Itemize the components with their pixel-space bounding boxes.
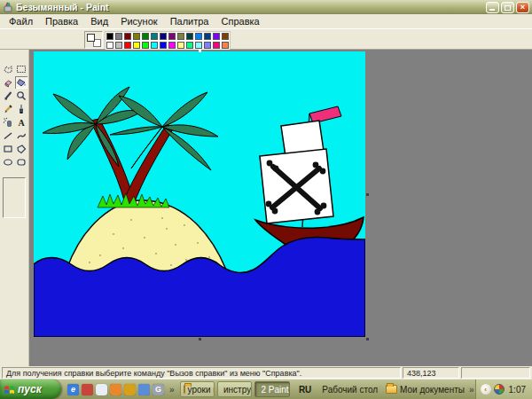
palette-color-swatch[interactable]: [203, 32, 212, 41]
tool-rectangle[interactable]: [2, 143, 14, 155]
taskbar: пуск eG » уроки и... инструк... 2 Paint: [0, 379, 532, 399]
palette-color-swatch[interactable]: [168, 32, 176, 41]
canvas-resize-handle-corner[interactable]: [366, 338, 369, 340]
task-label: 2 Paint: [261, 385, 288, 395]
tool-line[interactable]: [2, 129, 14, 142]
brush-icon: [16, 104, 27, 114]
color-wheel-tray-icon[interactable]: [494, 384, 505, 395]
task-label: уроки и...: [188, 385, 215, 395]
palette-color-swatch[interactable]: [176, 32, 185, 41]
taskbar-task-paint-group[interactable]: 2 Paint ▾: [254, 381, 289, 397]
svg-text:A: A: [18, 118, 25, 128]
menu-item-0[interactable]: Файл: [3, 15, 39, 27]
tool-eraser[interactable]: [2, 76, 14, 89]
tool-airbrush[interactable]: [2, 116, 14, 129]
ellipse-icon: [3, 157, 13, 168]
tool-select[interactable]: [15, 63, 27, 75]
palette-color-swatch[interactable]: [141, 41, 150, 50]
minimize-button[interactable]: [486, 2, 499, 13]
palette-color-swatch[interactable]: [132, 41, 141, 50]
tool-curve[interactable]: [15, 129, 27, 142]
pencil-icon: [3, 104, 13, 114]
tool-ellipse[interactable]: [2, 156, 14, 168]
my-documents-toolbar[interactable]: Мои документы: [386, 385, 465, 395]
palette-color-swatch[interactable]: [159, 32, 168, 41]
palette-color-swatch[interactable]: [185, 41, 194, 50]
menu-item-5[interactable]: Справка: [215, 15, 266, 27]
title-bar[interactable]: Безымянный - Paint ×: [0, 0, 532, 14]
palette-color-swatch[interactable]: [176, 41, 185, 50]
system-tray: ‹ 1:07: [475, 379, 532, 399]
palette-color-swatch[interactable]: [194, 32, 203, 41]
status-help-text: Для получения справки выберите команду "…: [2, 367, 401, 379]
close-button[interactable]: ×: [516, 2, 529, 13]
palette-color-swatch[interactable]: [114, 32, 123, 41]
paint-canvas[interactable]: [34, 51, 365, 337]
cursor-position: 438,123: [403, 367, 459, 379]
tool-polygon[interactable]: [15, 143, 27, 155]
select-icon: [16, 64, 27, 74]
canvas-resize-handle-top[interactable]: [199, 50, 201, 52]
messenger-icon[interactable]: [110, 384, 121, 395]
line-icon: [3, 130, 13, 141]
palette-color-swatch[interactable]: [221, 32, 230, 41]
internet-explorer-icon[interactable]: e: [67, 384, 79, 395]
toolbar-row: [0, 30, 532, 50]
tool-rounded-rectangle[interactable]: [15, 156, 27, 168]
palette-color-swatch[interactable]: [168, 41, 176, 50]
palette-color-swatch[interactable]: [185, 32, 194, 41]
palette-color-swatch[interactable]: [123, 32, 132, 41]
gold-app-icon[interactable]: [124, 384, 136, 395]
menu-item-2[interactable]: Вид: [84, 15, 114, 27]
palette-swatch-grid: [105, 31, 231, 51]
restore-button[interactable]: [501, 2, 514, 13]
taskbar-task-instructions[interactable]: инструк...: [217, 381, 252, 397]
taskbar-clock: 1:07: [509, 385, 526, 395]
palette-color-swatch[interactable]: [132, 32, 141, 41]
palette-color-swatch[interactable]: [141, 32, 150, 41]
menu-item-1[interactable]: Правка: [39, 15, 84, 27]
notepad-icon[interactable]: [96, 384, 107, 395]
hide-icons-button[interactable]: ‹: [481, 384, 491, 395]
palette-color-swatch[interactable]: [150, 41, 159, 50]
palette-color-swatch[interactable]: [221, 41, 230, 50]
palette-color-swatch[interactable]: [194, 41, 203, 50]
airbrush-icon: [3, 117, 13, 128]
tool-magnifier[interactable]: [15, 90, 27, 102]
palette-color-swatch[interactable]: [159, 41, 168, 50]
g-app-icon[interactable]: G: [153, 384, 164, 395]
tool-brush[interactable]: [15, 103, 27, 115]
tool-fill-selected[interactable]: [15, 76, 27, 89]
palette-color-swatch[interactable]: [106, 32, 114, 41]
tool-text[interactable]: A: [15, 116, 27, 129]
palette-color-swatch[interactable]: [123, 41, 132, 50]
tool-free-form-select[interactable]: [2, 63, 14, 75]
taskbar-task-lessons[interactable]: уроки и...: [180, 381, 215, 397]
menu-item-4[interactable]: Палитра: [164, 15, 215, 27]
palette-color-swatch[interactable]: [106, 41, 114, 50]
free-form-select-icon: [3, 64, 13, 74]
browser-globe-icon[interactable]: [82, 384, 93, 395]
palette-color-swatch[interactable]: [150, 32, 159, 41]
start-button-label: пуск: [18, 383, 42, 395]
selected-colors-indicator[interactable]: [84, 31, 103, 49]
menu-item-3[interactable]: Рисунок: [114, 15, 164, 27]
canvas-resize-handle-bottom[interactable]: [199, 338, 201, 340]
palette-color-swatch[interactable]: [203, 41, 212, 50]
rounded-rectangle-icon: [16, 157, 27, 168]
palette-color-swatch[interactable]: [114, 41, 123, 50]
desktop-toolbar[interactable]: Рабочий стол: [322, 385, 378, 395]
language-indicator[interactable]: RU: [295, 383, 315, 396]
tool-options-box[interactable]: [3, 177, 26, 218]
toolbar-overflow-chevron[interactable]: »: [468, 385, 475, 395]
menu-bar: ФайлПравкаВидРисунокПалитраСправка: [0, 14, 532, 29]
quick-launch-overflow-chevron[interactable]: »: [168, 385, 176, 395]
canvas-resize-handle-right[interactable]: [366, 193, 369, 196]
tool-pick-color[interactable]: [2, 90, 14, 102]
start-button[interactable]: пуск: [0, 379, 61, 399]
text-icon: A: [16, 117, 27, 128]
tool-pencil[interactable]: [2, 103, 14, 115]
palette-color-swatch[interactable]: [212, 32, 221, 41]
mail-client-icon[interactable]: [138, 384, 150, 395]
palette-color-swatch[interactable]: [212, 41, 221, 50]
